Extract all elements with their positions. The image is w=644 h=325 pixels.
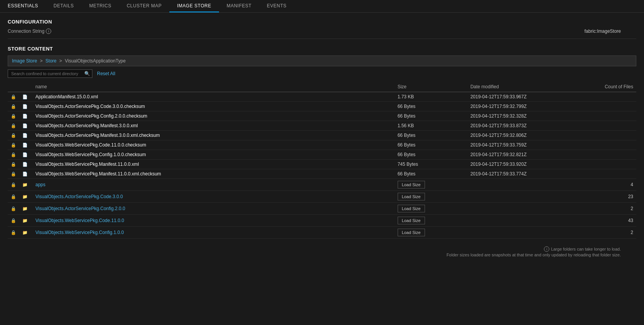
- lock-cell: 🔒: [8, 111, 19, 121]
- folder-name[interactable]: VisualObjects.WebServicePkg.Config.1.0.0: [35, 230, 124, 235]
- file-name-cell: VisualObjects.ActorServicePkg.Manifest.3…: [32, 121, 395, 131]
- nav-events[interactable]: EVENTS: [259, 0, 294, 12]
- folder-count-cell: 43: [576, 215, 636, 227]
- table-row: 🔒 📁 VisualObjects.WebServicePkg.Code.11.…: [8, 215, 636, 227]
- table-header-row: name Size Date modified Count of Files: [8, 82, 636, 92]
- file-date-cell: 2019-04-12T17:59:33.759Z: [467, 140, 576, 150]
- file-date-cell: 2019-04-12T17:59:32.328Z: [467, 111, 576, 121]
- lock-icon: 🔒: [11, 133, 16, 138]
- file-count-cell: [576, 121, 636, 131]
- folder-date-cell: [467, 179, 576, 191]
- file-icon-cell: 📄: [19, 160, 32, 169]
- main-content: CONFIGURATION Connection String i fabric…: [0, 13, 644, 263]
- folder-name[interactable]: VisualObjects.ActorServicePkg.Config.2.0…: [35, 206, 125, 211]
- folder-name-cell: VisualObjects.WebServicePkg.Code.11.0.0: [32, 215, 395, 227]
- file-icon: 📄: [22, 104, 28, 109]
- nav-metrics[interactable]: METRICS: [82, 0, 119, 12]
- file-size-cell: 1.56 KB: [395, 121, 467, 131]
- folder-icon: 📁: [22, 194, 28, 199]
- folder-name[interactable]: VisualObjects.ActorServicePkg.Code.3.0.0: [35, 194, 123, 199]
- file-icon-cell: 📄: [19, 150, 32, 160]
- folder-size-cell: Load Size: [395, 227, 467, 239]
- lock-cell: 🔒: [8, 92, 19, 102]
- breadcrumb-store[interactable]: Store: [45, 58, 57, 64]
- folder-icon: 📁: [22, 230, 28, 235]
- file-name: VisualObjects.WebServicePkg.Config.1.0.0…: [35, 152, 146, 157]
- store-content-title: STORE CONTENT: [8, 46, 636, 52]
- footer-note-line1: Large folders can take longer to load.: [551, 247, 621, 251]
- file-name: VisualObjects.WebServicePkg.Manifest.11.…: [35, 162, 139, 167]
- file-count-cell: [576, 131, 636, 140]
- breadcrumb-image-store[interactable]: Image Store: [12, 58, 37, 64]
- file-icon-cell: 📄: [19, 111, 32, 121]
- lock-cell: 🔒: [8, 179, 19, 191]
- file-name: VisualObjects.ActorServicePkg.Manifest.3…: [35, 123, 138, 128]
- table-row: 🔒 📁 VisualObjects.ActorServicePkg.Config…: [8, 203, 636, 215]
- file-icon-cell: 📄: [19, 121, 32, 131]
- lock-icon: 🔒: [11, 143, 16, 147]
- connection-string-info-icon[interactable]: i: [46, 29, 51, 34]
- col-header-date: Date modified: [467, 82, 576, 92]
- file-date-cell: 2019-04-12T17:59:33.920Z: [467, 160, 576, 169]
- file-date-cell: 2019-04-12T17:59:32.821Z: [467, 150, 576, 160]
- folder-name[interactable]: VisualObjects.WebServicePkg.Code.11.0.0: [35, 218, 124, 223]
- lock-cell: 🔒: [8, 227, 19, 239]
- folder-date-cell: [467, 203, 576, 215]
- load-size-button[interactable]: Load Size: [398, 229, 425, 236]
- reset-all-button[interactable]: Reset All: [97, 71, 115, 76]
- load-size-button[interactable]: Load Size: [398, 217, 425, 224]
- col-header-name: name: [32, 82, 395, 92]
- file-count-cell: [576, 160, 636, 169]
- file-size-cell: 66 Bytes: [395, 169, 467, 179]
- connection-string-label: Connection String i: [8, 29, 85, 34]
- file-name: ApplicationManifest.15.0.0.xml: [35, 94, 98, 99]
- table-row: 🔒 📁 VisualObjects.ActorServicePkg.Code.3…: [8, 191, 636, 203]
- file-icon-cell: 📄: [19, 102, 32, 111]
- table-row: 🔒 📄 VisualObjects.ActorServicePkg.Config…: [8, 111, 636, 121]
- table-row: 🔒 📄 VisualObjects.ActorServicePkg.Manife…: [8, 121, 636, 131]
- table-row: 🔒 📁 apps Load Size 4: [8, 179, 636, 191]
- lock-cell: 🔒: [8, 131, 19, 140]
- file-icon: 📄: [22, 133, 28, 138]
- load-size-button[interactable]: Load Size: [398, 193, 425, 200]
- file-size-cell: 1.73 KB: [395, 92, 467, 102]
- folder-date-cell: [467, 215, 576, 227]
- file-icon-cell: 📄: [19, 169, 32, 179]
- table-row: 🔒 📄 VisualObjects.WebServicePkg.Code.11.…: [8, 140, 636, 150]
- table-row: 🔒 📄 VisualObjects.ActorServicePkg.Manife…: [8, 131, 636, 140]
- table-row: 🔒 📁 VisualObjects.WebServicePkg.Config.1…: [8, 227, 636, 239]
- lock-icon: 🔒: [11, 114, 16, 118]
- search-bar: 🔍 Reset All: [8, 69, 636, 78]
- file-date-cell: 2019-04-12T17:59:32.806Z: [467, 131, 576, 140]
- load-size-button[interactable]: Load Size: [398, 205, 425, 212]
- footer-note-line2: Folder sizes loaded are snapshots at tha…: [447, 253, 621, 257]
- lock-icon: 🔒: [11, 206, 16, 211]
- folder-name[interactable]: apps: [35, 182, 45, 187]
- load-size-button[interactable]: Load Size: [398, 181, 425, 189]
- nav-image-store[interactable]: IMAGE STORE: [169, 0, 219, 12]
- file-name: VisualObjects.WebServicePkg.Code.11.0.0.…: [35, 142, 146, 148]
- table-row: 🔒 📄 ApplicationManifest.15.0.0.xml 1.73 …: [8, 92, 636, 102]
- file-size-cell: 66 Bytes: [395, 102, 467, 111]
- file-icon: 📄: [22, 123, 28, 128]
- nav-essentials[interactable]: ESSENTIALS: [0, 0, 46, 12]
- lock-icon: 🔒: [11, 230, 16, 235]
- top-navigation: ESSENTIALS DETAILS METRICS CLUSTER MAP I…: [0, 0, 644, 13]
- lock-cell: 🔒: [8, 215, 19, 227]
- lock-cell: 🔒: [8, 203, 19, 215]
- file-count-cell: [576, 92, 636, 102]
- lock-icon: 🔒: [11, 162, 16, 167]
- nav-manifest[interactable]: MANIFEST: [219, 0, 259, 12]
- folder-icon-cell: 📁: [19, 191, 32, 203]
- lock-cell: 🔒: [8, 191, 19, 203]
- file-name: VisualObjects.WebServicePkg.Manifest.11.…: [35, 171, 161, 177]
- folder-icon: 📁: [22, 182, 28, 187]
- folder-icon-cell: 📁: [19, 215, 32, 227]
- lock-icon: 🔒: [11, 104, 16, 109]
- table-row: 🔒 📄 VisualObjects.WebServicePkg.Manifest…: [8, 169, 636, 179]
- file-date-cell: 2019-04-12T17:59:33.967Z: [467, 92, 576, 102]
- search-icon[interactable]: 🔍: [84, 71, 90, 76]
- search-input[interactable]: [8, 69, 92, 78]
- nav-cluster-map[interactable]: CLUSTER MAP: [119, 0, 169, 12]
- nav-details[interactable]: DETAILS: [46, 0, 82, 12]
